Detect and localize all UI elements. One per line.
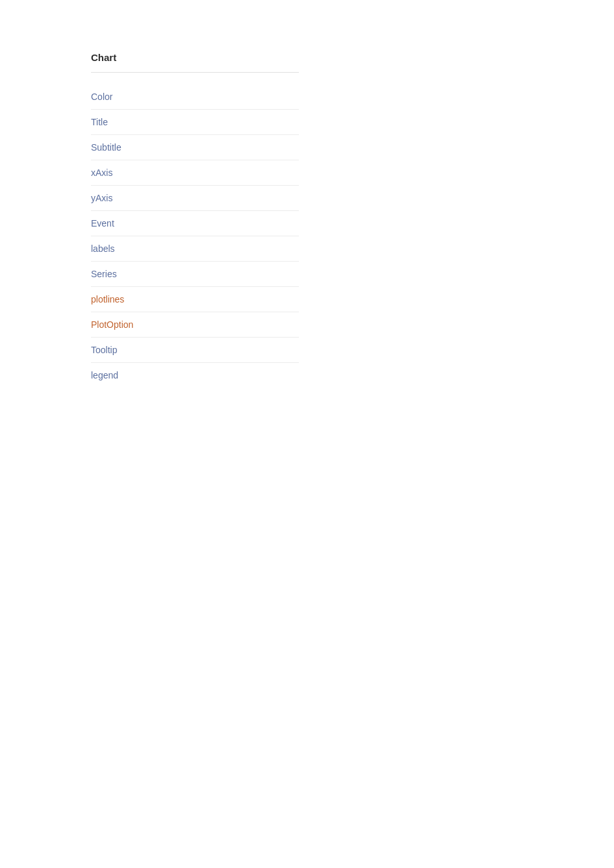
menu-item-plotlines[interactable]: plotlines bbox=[91, 287, 299, 312]
menu-item-labels[interactable]: labels bbox=[91, 236, 299, 262]
menu-item-plotoption[interactable]: PlotOption bbox=[91, 312, 299, 338]
menu-item-label-xaxis: xAxis bbox=[91, 167, 112, 178]
menu-item-legend[interactable]: legend bbox=[91, 363, 299, 388]
menu-item-label-title: Title bbox=[91, 117, 108, 127]
menu-item-label-plotoption: PlotOption bbox=[91, 319, 133, 330]
section-header: Chart bbox=[91, 52, 299, 73]
menu-item-series[interactable]: Series bbox=[91, 262, 299, 287]
menu-item-label-tooltip: Tooltip bbox=[91, 345, 117, 355]
menu-item-label-color: Color bbox=[91, 92, 112, 102]
menu-list: ColorTitleSubtitlexAxisyAxisEventlabelsS… bbox=[91, 84, 299, 388]
menu-item-subtitle[interactable]: Subtitle bbox=[91, 135, 299, 160]
menu-item-event[interactable]: Event bbox=[91, 211, 299, 236]
menu-item-label-legend: legend bbox=[91, 370, 118, 380]
menu-item-color[interactable]: Color bbox=[91, 84, 299, 110]
menu-item-xaxis[interactable]: xAxis bbox=[91, 160, 299, 186]
page-container: Chart ColorTitleSubtitlexAxisyAxisEventl… bbox=[0, 0, 614, 868]
menu-item-label-labels: labels bbox=[91, 243, 115, 254]
menu-item-label-yaxis: yAxis bbox=[91, 193, 112, 203]
menu-item-title[interactable]: Title bbox=[91, 110, 299, 135]
menu-item-label-series: Series bbox=[91, 269, 117, 279]
menu-item-label-event: Event bbox=[91, 218, 114, 229]
menu-item-tooltip[interactable]: Tooltip bbox=[91, 338, 299, 363]
menu-item-yaxis[interactable]: yAxis bbox=[91, 186, 299, 211]
menu-item-label-subtitle: Subtitle bbox=[91, 142, 122, 153]
menu-item-label-plotlines: plotlines bbox=[91, 294, 124, 304]
